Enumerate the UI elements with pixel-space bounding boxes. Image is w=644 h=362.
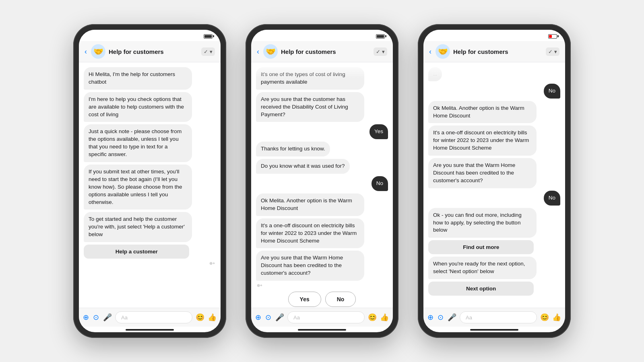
message-input-2[interactable]: Aa [287,311,365,323]
camera-icon-3[interactable]: ⊙ [438,313,444,322]
check-icon-1: ✓ [204,49,208,55]
msg-3-3: Are you sure that the Warm Home Discount… [428,158,537,188]
msg-2-7: It's a one-off discount on electricity b… [256,218,364,249]
find-out-more-button[interactable]: Find out more [428,240,534,254]
media-icons-1: ⊕ ⊙ 🎤 [83,313,112,322]
emoji-icon-2[interactable]: 😊 [368,313,377,322]
like-icon-1[interactable]: 👍 [208,313,217,322]
chat-messages-2: It's one of the types of cost of living … [251,62,393,308]
input-placeholder-3: Aa [466,315,472,321]
msg-2-4: Do you know what it was used for? [256,159,350,174]
message-input-3[interactable]: Aa [460,311,537,323]
camera-icon-2[interactable]: ⊙ [265,313,271,322]
next-option-button[interactable]: Next option [428,282,534,296]
msg-3-7: When you're ready for the next option, s… [428,257,537,279]
back-button-3[interactable]: ‹ [429,47,431,56]
mic-icon-2[interactable]: 🎤 [275,313,284,322]
status-bar-1 [79,30,221,41]
msg-3-2: It's a one-off discount on electricity b… [428,125,537,156]
message-input-1[interactable]: Aa [115,311,192,323]
chat-messages-3: ... No Ok Melita. Another option is the … [423,62,565,308]
chat-header-3: ‹ 🤝 Help for customers ✓ ▾ [423,41,565,62]
msg-2-6: Ok Melita. Another option is the Warm Ho… [256,193,364,216]
msg-2-3: Thanks for letting us know. [256,142,330,156]
msg-3-5: Ok - you can find out more, including ho… [428,208,537,238]
input-placeholder-2: Aa [293,315,300,321]
msg-1-2: Just a quick note - please choose from t… [84,124,192,162]
no-button-2[interactable]: No [325,292,356,307]
battery-icon-1 [204,34,213,39]
msg-2-2: Yes [369,124,388,139]
dropdown-icon-2: ▾ [382,49,385,55]
bot-avatar-2: 🤝 [263,44,278,59]
msg-1-1: I'm here to help you check options that … [84,92,192,122]
check-icon-3: ✓ [548,49,553,55]
back-button-1[interactable]: ‹ [85,47,87,56]
msg-3-top: ... [428,67,442,81]
chat-title-3: Help for customers [453,48,543,55]
chat-title-1: Help for customers [109,48,198,55]
msg-2-0: It's one of the types of cost of living … [256,67,364,90]
typing-2: ⊕+ [256,283,388,288]
emoji-icon-1[interactable]: 😊 [196,313,204,322]
camera-icon-1[interactable]: ⊙ [93,313,99,322]
dropdown-icon-3: ▾ [554,49,557,55]
msg-3-4: No [544,191,560,206]
chat-title-2: Help for customers [281,48,370,55]
like-icon-2[interactable]: 👍 [380,313,389,322]
help-customer-button[interactable]: Help a customer [84,245,189,259]
phone-2: ‹ 🤝 Help for customers ✓ ▾ It's one of t… [246,24,398,338]
chat-input-2: ⊕ ⊙ 🎤 Aa 😊 👍 [251,308,393,327]
chat-messages-1: Hi Melita, I'm the help for customers ch… [79,62,221,308]
chat-input-1: ⊕ ⊙ 🎤 Aa 😊 👍 [79,308,221,327]
msg-1-3: If you submit text at other times, you'l… [84,165,192,210]
chat-input-3: ⊕ ⊙ 🎤 Aa 😊 👍 [423,308,565,327]
back-button-2[interactable]: ‹ [257,47,259,56]
msg-3-0: No [544,84,560,99]
typing-indicator-1: ⊕+ [84,261,216,265]
status-bar-3 [423,30,565,41]
home-indicator-3 [470,329,518,331]
msg-2-5: No [372,176,388,191]
plus-icon-1[interactable]: ⊕ [83,313,89,322]
home-indicator-1 [126,329,174,331]
home-indicator-2 [298,329,346,331]
bot-avatar-3: 🤝 [436,44,450,59]
battery-icon-3 [548,34,557,39]
header-actions-1[interactable]: ✓ ▾ [201,47,215,56]
yes-no-row: Yes No [256,290,388,308]
media-icons-2: ⊕ ⊙ 🎤 [255,313,284,322]
bot-avatar-1: 🤝 [91,44,105,59]
yes-button-2[interactable]: Yes [288,292,321,307]
plus-icon-3[interactable]: ⊕ [427,313,433,322]
header-actions-2[interactable]: ✓ ▾ [374,47,387,56]
status-bar-2 [251,30,393,41]
check-icon-2: ✓ [376,49,380,55]
like-icon-3[interactable]: 👍 [552,313,561,322]
phones-container: ‹ 🤝 Help for customers ✓ ▾ Hi Melita, I'… [73,24,571,338]
battery-icon-2 [376,34,385,39]
chat-header-2: ‹ 🤝 Help for customers ✓ ▾ [251,41,393,62]
media-icons-3: ⊕ ⊙ 🎤 [427,313,456,322]
msg-3-1: Ok Melita. Another option is the Warm Ho… [428,101,537,123]
input-placeholder-1: Aa [121,315,128,321]
header-actions-3[interactable]: ✓ ▾ [546,47,559,56]
msg-2-8: Are you sure that the Warm Home Discount… [256,251,364,281]
msg-1-0: Hi Melita, I'm the help for customers ch… [84,67,192,90]
chat-header-1: ‹ 🤝 Help for customers ✓ ▾ [79,41,221,62]
msg-2-1: Are you sure that the customer has recei… [256,92,364,122]
phone-3: ‹ 🤝 Help for customers ✓ ▾ ... No Ok Mel… [418,24,571,338]
dropdown-icon-1: ▾ [210,49,213,55]
plus-icon-2[interactable]: ⊕ [255,313,261,322]
phone-1: ‹ 🤝 Help for customers ✓ ▾ Hi Melita, I'… [73,24,226,338]
msg-1-4: To get started and help the customer you… [84,212,192,242]
mic-icon-3[interactable]: 🎤 [448,313,456,322]
emoji-icon-3[interactable]: 😊 [540,313,549,322]
mic-icon-1[interactable]: 🎤 [103,313,112,322]
